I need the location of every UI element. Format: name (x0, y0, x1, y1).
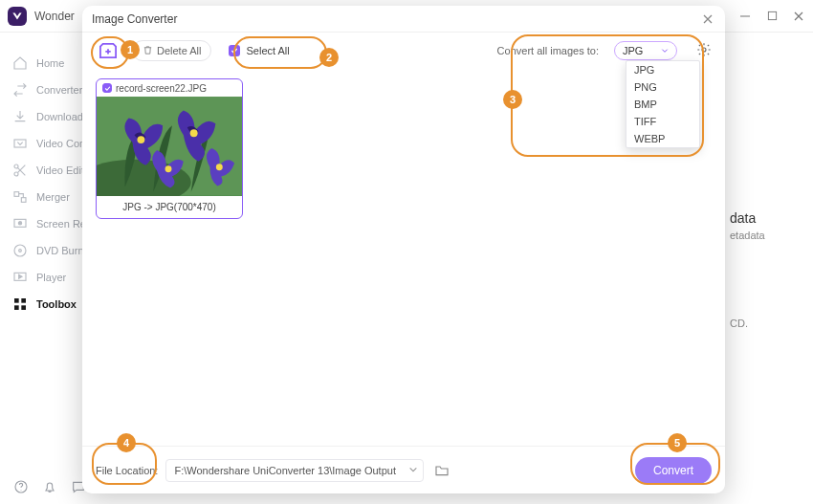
svg-point-17 (702, 48, 706, 52)
scissors-icon (11, 162, 29, 179)
svg-point-10 (19, 250, 22, 252)
checkmark-icon (229, 45, 240, 56)
svg-rect-14 (14, 305, 19, 310)
image-thumbnail[interactable]: record-screen22.JPG JPG -> JPG(700*470) (96, 78, 243, 219)
play-icon (11, 269, 29, 286)
select-all-checkbox[interactable]: Select All (223, 45, 295, 56)
merge-icon (11, 188, 29, 206)
download-icon (11, 108, 29, 125)
sidebar-item-home[interactable]: Home (0, 50, 96, 77)
sidebar-item-label: Player (36, 272, 66, 283)
sidebar-item-compressor[interactable]: Video Compressor (0, 130, 96, 157)
svg-rect-5 (14, 192, 19, 197)
svg-point-22 (165, 165, 172, 172)
format-option[interactable]: PNG (626, 78, 699, 96)
maximize-button[interactable] (765, 10, 779, 23)
thumbnail-filename: record-screen22.JPG (116, 83, 207, 94)
add-image-button[interactable] (96, 40, 121, 61)
dialog-title: Image Converter (92, 12, 177, 26)
help-icon[interactable] (13, 479, 29, 497)
format-option[interactable]: WEBP (626, 130, 699, 147)
sidebar-item-label: Merger (36, 191, 70, 203)
sidebar-item-toolbox[interactable]: Toolbox (0, 291, 96, 318)
sidebar-item-player[interactable]: Player (0, 264, 96, 291)
sidebar: Home Converter Downloader Video Compress… (0, 33, 96, 504)
thumbnail-image (97, 97, 242, 196)
sidebar-item-downloader[interactable]: Downloader (0, 103, 96, 130)
compress-icon (11, 135, 29, 152)
svg-point-21 (190, 129, 198, 137)
svg-point-23 (216, 164, 223, 170)
svg-point-9 (14, 245, 26, 256)
file-location-input[interactable] (165, 459, 424, 482)
file-location-label: File Location: (96, 465, 158, 476)
format-dropdown: JPG PNG BMP TIFF WEBP (626, 60, 700, 148)
thumbnail-checkbox[interactable] (102, 83, 112, 93)
svg-point-3 (14, 164, 18, 168)
trash-icon (143, 45, 153, 57)
format-select[interactable]: JPG (614, 41, 677, 60)
sidebar-item-merger[interactable]: Merger (0, 184, 96, 210)
image-converter-dialog: Image Converter Delete All Select All Co… (82, 6, 725, 493)
sidebar-item-converter[interactable]: Converter (0, 77, 96, 103)
right-panel: data etadata CD. (722, 57, 813, 339)
sidebar-item-label: Home (36, 57, 64, 69)
sidebar-item-editor[interactable]: Video Editor (0, 157, 96, 184)
svg-rect-6 (21, 198, 26, 203)
close-button[interactable] (792, 10, 805, 23)
dialog-close-button[interactable] (700, 11, 715, 27)
convert-button[interactable]: Convert (635, 457, 712, 484)
bell-icon[interactable] (42, 479, 57, 497)
convert-to-label: Convert all images to: (497, 45, 599, 56)
minimize-button[interactable] (738, 10, 752, 23)
app-logo (8, 7, 27, 26)
open-folder-button[interactable] (431, 460, 452, 481)
sidebar-item-screenrec[interactable]: Screen Recorder (0, 210, 96, 237)
delete-all-button[interactable]: Delete All (132, 40, 211, 61)
home-icon (11, 55, 29, 72)
settings-button[interactable] (696, 42, 712, 60)
thumbnail-caption: JPG -> JPG(700*470) (97, 196, 242, 218)
disc-icon (11, 242, 29, 259)
svg-rect-2 (14, 140, 26, 147)
svg-point-8 (18, 222, 21, 225)
record-icon (11, 215, 29, 232)
svg-point-4 (14, 172, 18, 176)
sidebar-item-dvd[interactable]: DVD Burner (0, 237, 96, 264)
svg-rect-12 (14, 298, 19, 303)
svg-point-20 (137, 136, 144, 143)
grid-icon (11, 296, 29, 313)
format-option[interactable]: JPG (626, 61, 699, 78)
svg-rect-1 (768, 11, 776, 19)
format-option[interactable]: BMP (626, 96, 699, 113)
convert-icon (11, 81, 29, 99)
chevron-down-icon (661, 45, 669, 56)
sidebar-item-label: Converter (36, 84, 82, 96)
sidebar-item-label: Toolbox (36, 298, 77, 310)
format-option[interactable]: TIFF (626, 113, 699, 130)
svg-rect-0 (740, 15, 750, 16)
svg-rect-13 (21, 298, 26, 303)
svg-rect-15 (21, 305, 26, 310)
